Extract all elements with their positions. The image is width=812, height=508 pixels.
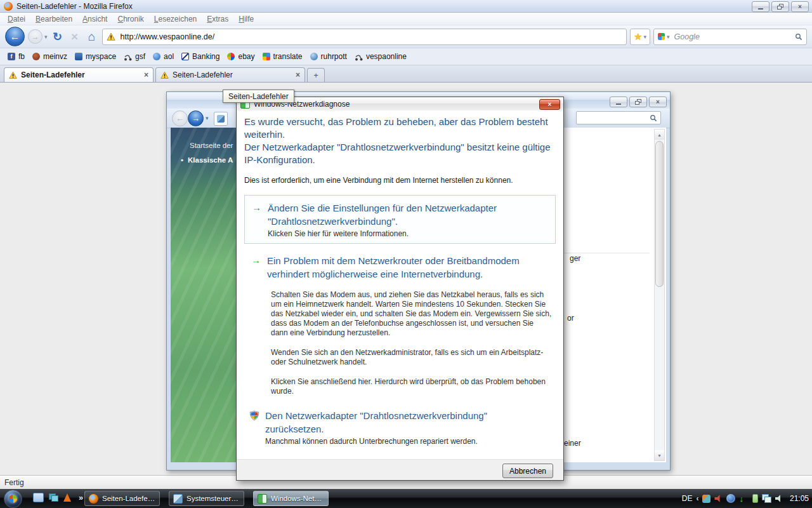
bookmark-label: Banking	[192, 52, 219, 61]
history-dropdown[interactable]: ▾	[44, 34, 48, 40]
bookmark-aol[interactable]: aol	[149, 52, 178, 61]
bookmark-gsf[interactable]: gsf	[120, 52, 149, 61]
green-arrow-icon: →	[251, 254, 261, 267]
dialog-close-button[interactable]: ×	[539, 99, 560, 110]
url-input[interactable]	[119, 32, 622, 42]
network-status-icon[interactable]	[762, 494, 771, 503]
window-controls: ×	[610, 97, 667, 107]
bookmark-ebay[interactable]: ebay	[223, 52, 258, 61]
volume-icon[interactable]	[775, 495, 783, 503]
taskbar-button-netzwerkdiagnose[interactable]: Windows-Netzwerk...	[253, 491, 329, 506]
scrollbar[interactable]: ▲ ▼	[654, 129, 665, 461]
taskbar-button-firefox[interactable]: Seiten-Ladefehler - ...	[84, 491, 160, 506]
menu-chronik[interactable]: Chronik	[112, 13, 148, 25]
cancel-button[interactable]: Abbrechen	[502, 464, 553, 478]
network-diagnostics-dialog: Windows-Netzwerkdiagnose × Es wurde vers…	[236, 97, 564, 481]
dialog-requirement-note: Dies ist erforderlich, um eine Verbindun…	[244, 176, 556, 185]
dialog-heading-line1: Es wurde versucht, das Problem zu behebe…	[244, 116, 558, 141]
scroll-down-button[interactable]: ▼	[655, 450, 664, 460]
ebay-icon	[227, 53, 235, 60]
window-switcher-icon[interactable]	[49, 493, 58, 502]
close-button[interactable]: ×	[649, 97, 667, 107]
vlc-icon[interactable]	[63, 493, 71, 502]
tab-label: Seiten-Ladefehler	[173, 70, 292, 79]
tab-close-icon[interactable]: ×	[296, 71, 300, 79]
control-panel-search[interactable]	[576, 111, 661, 124]
bookmark-fb[interactable]: ffb	[4, 52, 29, 61]
firefox-titlebar: Seiten-Ladefehler - Mozilla Firefox ×	[0, 0, 812, 13]
close-button[interactable]: ×	[791, 1, 809, 12]
bookmark-ruhrpott[interactable]: ruhrpott	[306, 52, 351, 61]
minimize-button[interactable]	[752, 1, 769, 12]
nav-dropdown[interactable]: ▾	[206, 115, 209, 121]
bookmark-label: ebay	[238, 52, 254, 61]
forward-button[interactable]: →	[188, 110, 204, 126]
bookmark-label: aol	[164, 52, 174, 61]
tab-2[interactable]: Seiten-Ladefehler ×	[155, 67, 305, 82]
menu-bearbeiten[interactable]: Bearbeiten	[30, 13, 77, 25]
scroll-up-button[interactable]: ▲	[655, 130, 664, 140]
maximize-button[interactable]	[629, 97, 647, 107]
warning-tab-icon	[9, 71, 17, 79]
reload-button[interactable]: ↻	[51, 30, 65, 44]
forward-button[interactable]: →	[28, 29, 43, 44]
tab-1[interactable]: Seiten-Ladefehler ×	[4, 67, 154, 82]
muted-speaker-icon[interactable]	[714, 495, 723, 503]
search-engine-dropdown[interactable]: ▾	[667, 34, 670, 40]
bookmark-star-icon[interactable]: ★	[634, 32, 642, 41]
search-icon[interactable]	[795, 33, 802, 41]
url-bar	[102, 29, 627, 45]
windows-logo-icon	[9, 495, 17, 503]
restore-button[interactable]	[771, 1, 789, 12]
update-icon[interactable]: ↓	[739, 495, 743, 503]
search-box: ▾	[653, 29, 807, 45]
meinvz-icon	[32, 53, 40, 60]
option-change-adapter-settings[interactable]: → Ändern Sie die Einstellungen für den N…	[244, 195, 556, 244]
bookmark-label: ruhrpott	[321, 52, 347, 61]
sidebar-item-home[interactable]: Startseite der	[190, 142, 233, 149]
menu-lesezeichen[interactable]: Lesezeichen	[149, 13, 202, 25]
tray-collapse-chevron[interactable]: ‹	[696, 494, 698, 503]
tab-close-icon[interactable]: ×	[144, 71, 148, 79]
bookmark-vespaonline[interactable]: vespaonline	[351, 52, 410, 61]
sidebar-item-classic-view[interactable]: • Klassische A	[181, 156, 233, 164]
bookmark-banking[interactable]: Banking	[178, 52, 223, 61]
menu-extras[interactable]: Extras	[202, 13, 233, 25]
taskbar-button-label: Windows-Netzwerk...	[271, 495, 324, 502]
home-button[interactable]: ⌂	[85, 30, 99, 44]
taskbar: » Seiten-Ladefehler - ... Systemsteuerun…	[0, 489, 812, 508]
restore-icon	[777, 4, 783, 10]
bookmark-meinvz[interactable]: meinvz	[29, 52, 71, 61]
uac-shield-icon	[249, 410, 259, 421]
option-instructions-3[interactable]: Klicken Sie anschließend hier. Hierdurch…	[271, 377, 552, 396]
wireless-icon[interactable]	[726, 494, 735, 503]
back-button[interactable]: ←	[172, 110, 188, 126]
clock[interactable]: 21:05	[790, 494, 809, 503]
option-router-modem-problem[interactable]: → Ein Problem mit dem Netzwerkrouter ode…	[244, 254, 556, 281]
stop-button[interactable]: ×	[68, 30, 82, 44]
tray-app-icon[interactable]	[702, 495, 710, 503]
menu-ansicht[interactable]: Ansicht	[77, 13, 112, 25]
window-controls: ×	[752, 1, 809, 12]
menu-hilfe[interactable]: Hilfe	[233, 13, 259, 25]
menu-datei[interactable]: Datei	[3, 13, 30, 25]
power-icon[interactable]	[752, 494, 758, 503]
bookmark-translate[interactable]: translate	[259, 52, 306, 61]
option-reset-adapter[interactable]: Den Netzwerkadapter "Drahtlosnetzwerkver…	[244, 409, 556, 446]
search-input[interactable]	[673, 32, 792, 42]
search-icon	[650, 114, 657, 122]
option-texts: Ändern Sie die Einstellungen für den Net…	[268, 201, 540, 238]
bookmarks-toolbar: ffb meinvz myspace gsf aol Banking ebay …	[0, 48, 812, 65]
taskbar-button-systemsteuerung[interactable]: Systemsteuerung	[169, 491, 244, 506]
scrollbar-thumb[interactable]	[655, 141, 664, 287]
back-button[interactable]: ←	[5, 27, 25, 46]
start-button[interactable]	[4, 490, 22, 508]
minimize-button[interactable]	[610, 97, 627, 107]
system-tray: DE ‹ ↓ 21:05	[682, 489, 809, 508]
new-tab-button[interactable]: +	[307, 68, 325, 82]
bookmark-myspace[interactable]: myspace	[71, 52, 120, 61]
bookmark-dropdown[interactable]: ▾	[643, 34, 646, 40]
show-desktop-icon[interactable]	[33, 493, 44, 502]
language-indicator[interactable]: DE	[682, 494, 693, 503]
quick-launch-overflow[interactable]: »	[79, 493, 83, 502]
